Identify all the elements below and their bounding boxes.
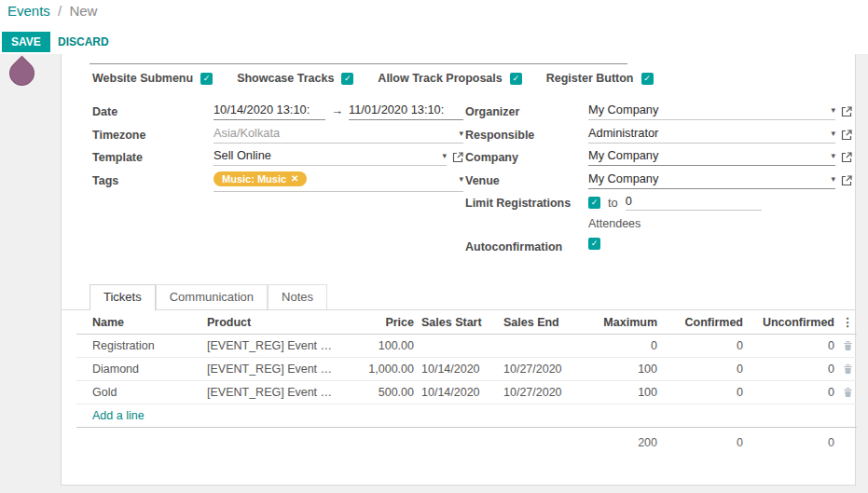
dropdown-caret-icon[interactable]: ▾ xyxy=(831,148,835,160)
total-maximum: 200 xyxy=(584,428,661,455)
template-select[interactable]: Sell Online ▾ xyxy=(214,148,447,166)
optional-columns-icon[interactable]: ⋮ xyxy=(838,310,857,335)
cell-unconfirmed[interactable]: 0 xyxy=(747,335,838,358)
cell-price[interactable]: 100.00 xyxy=(341,335,418,358)
organizer-value: My Company xyxy=(588,103,658,116)
tab-communication[interactable]: Communication xyxy=(156,284,268,309)
col-sales-start: Sales Start xyxy=(418,310,500,335)
external-link-icon[interactable] xyxy=(452,148,463,167)
responsible-select[interactable]: Administrator ▾ xyxy=(588,126,835,144)
cell-product[interactable]: [EVENT_REG] Event Regist... xyxy=(203,381,341,404)
cell-confirmed[interactable]: 0 xyxy=(661,335,747,358)
timezone-value: Asia/Kolkata xyxy=(214,126,280,140)
responsible-label: Responsible xyxy=(465,126,588,142)
notebook-tabs: Tickets Communication Notes xyxy=(62,284,855,310)
field-autoconfirmation: Autoconfirmation ✓ xyxy=(465,238,852,261)
delete-row-icon[interactable] xyxy=(843,341,853,354)
ticket-row-diamond: Diamond [EVENT_REG] Event Regist... 1,00… xyxy=(76,358,857,381)
seats-max-input[interactable]: 0 xyxy=(626,194,632,208)
field-organizer: Organizer My Company ▾ xyxy=(465,103,852,126)
venue-select[interactable]: My Company ▾ xyxy=(588,171,835,189)
cell-confirmed[interactable]: 0 xyxy=(661,381,747,404)
totals-row: 200 0 0 xyxy=(76,428,857,455)
save-button[interactable]: SAVE xyxy=(2,32,50,52)
cell-name[interactable]: Gold xyxy=(76,381,203,404)
external-link-icon[interactable] xyxy=(841,126,852,144)
dropdown-caret-icon[interactable]: ▾ xyxy=(459,171,463,184)
col-price: Price xyxy=(341,310,418,335)
external-link-icon[interactable] xyxy=(841,103,852,121)
limit-registrations-checkbox[interactable]: ✓ xyxy=(588,197,600,209)
company-select[interactable]: My Company ▾ xyxy=(588,148,835,166)
col-maximum: Maximum xyxy=(584,310,661,335)
total-unconfirmed: 0 xyxy=(747,428,838,455)
dropdown-caret-icon[interactable]: ▾ xyxy=(831,171,835,184)
date-label: Date xyxy=(92,103,214,118)
field-date: Date 10/14/2020 13:10: → 11/01/2020 13:1… xyxy=(92,103,463,126)
template-value: Sell Online xyxy=(214,148,271,162)
dropdown-caret-icon[interactable]: ▾ xyxy=(442,148,447,160)
toggle-allow-track-proposals: Allow Track Proposals ✓ xyxy=(378,72,521,85)
field-responsible: Responsible Administrator ▾ xyxy=(465,126,852,149)
delete-row-icon[interactable] xyxy=(843,364,853,377)
toggle-label: Website Submenu xyxy=(92,72,193,85)
cell-maximum[interactable]: 0 xyxy=(584,335,661,358)
external-link-icon[interactable] xyxy=(841,148,852,167)
event-name-input[interactable] xyxy=(90,54,627,64)
cell-sales-end[interactable]: 10/27/2020 xyxy=(500,358,584,381)
date-end-input[interactable]: 11/01/2020 13:10: xyxy=(349,103,463,120)
form-sheet: Website Submenu ✓ Showcase Tracks ✓ Allo… xyxy=(61,54,856,486)
delete-row-icon[interactable] xyxy=(843,388,853,401)
cell-product[interactable]: [EVENT_REG] Event Regist... xyxy=(203,335,341,358)
cell-maximum[interactable]: 100 xyxy=(584,358,661,381)
tickets-table: Name Product Price Sales Start Sales End… xyxy=(76,310,857,454)
breadcrumb-events-link[interactable]: Events xyxy=(7,3,50,19)
cell-sales-start[interactable]: 10/14/2020 xyxy=(418,381,500,404)
register-button-checkbox[interactable]: ✓ xyxy=(641,73,654,85)
cell-product[interactable]: [EVENT_REG] Event Regist... xyxy=(203,358,341,381)
col-sales-end: Sales End xyxy=(500,310,584,335)
cell-sales-end[interactable] xyxy=(500,335,584,358)
timezone-select[interactable]: Asia/Kolkata ▾ xyxy=(214,126,463,144)
discard-button[interactable]: DISCARD xyxy=(58,35,109,48)
tab-notes[interactable]: Notes xyxy=(268,284,327,309)
field-company: Company My Company ▾ xyxy=(465,148,852,171)
dropdown-caret-icon[interactable]: ▾ xyxy=(459,126,463,138)
cell-maximum[interactable]: 100 xyxy=(584,381,661,404)
field-tags: Tags Music: Music ✕ ▾ xyxy=(92,171,463,195)
allow-track-proposals-checkbox[interactable]: ✓ xyxy=(510,73,522,85)
field-venue: Venue My Company ▾ xyxy=(465,171,852,195)
cell-sales-start[interactable] xyxy=(418,335,500,358)
dropdown-caret-icon[interactable]: ▾ xyxy=(831,126,835,138)
field-template: Template Sell Online ▾ xyxy=(92,148,463,171)
col-product: Product xyxy=(203,310,341,335)
add-a-line-link[interactable]: Add a line xyxy=(92,409,145,422)
tag-music: Music: Music ✕ xyxy=(214,171,307,186)
organizer-select[interactable]: My Company ▾ xyxy=(588,103,835,120)
cell-sales-end[interactable]: 10/27/2020 xyxy=(500,381,584,404)
col-unconfirmed: Unconfirmed xyxy=(747,310,838,335)
date-start-input[interactable]: 10/14/2020 13:10: xyxy=(214,103,325,120)
cell-price[interactable]: 1,000.00 xyxy=(341,358,418,381)
showcase-tracks-checkbox[interactable]: ✓ xyxy=(341,73,353,85)
external-link-icon[interactable] xyxy=(841,171,852,190)
cell-price[interactable]: 500.00 xyxy=(341,381,418,404)
dropdown-caret-icon[interactable]: ▾ xyxy=(831,103,835,115)
website-submenu-checkbox[interactable]: ✓ xyxy=(200,73,213,85)
cell-unconfirmed[interactable]: 0 xyxy=(747,358,838,381)
limit-to-label: to xyxy=(608,196,618,210)
col-name: Name xyxy=(76,310,203,335)
form-left-column: Date 10/14/2020 13:10: → 11/01/2020 13:1… xyxy=(92,103,463,194)
toggle-register-button: Register Button ✓ xyxy=(546,72,654,85)
autoconfirmation-checkbox[interactable]: ✓ xyxy=(588,238,600,250)
cell-name[interactable]: Registration xyxy=(76,335,203,358)
breadcrumb-current: New xyxy=(69,3,97,19)
tab-tickets[interactable]: Tickets xyxy=(90,284,156,310)
cell-name[interactable]: Diamond xyxy=(76,358,203,381)
tag-remove-icon[interactable]: ✕ xyxy=(291,173,298,184)
tags-input[interactable]: Music: Music ✕ ▾ xyxy=(214,171,463,192)
cell-sales-start[interactable]: 10/14/2020 xyxy=(418,358,500,381)
toggle-website-submenu: Website Submenu ✓ xyxy=(92,72,213,85)
cell-confirmed[interactable]: 0 xyxy=(661,358,747,381)
cell-unconfirmed[interactable]: 0 xyxy=(747,381,838,404)
